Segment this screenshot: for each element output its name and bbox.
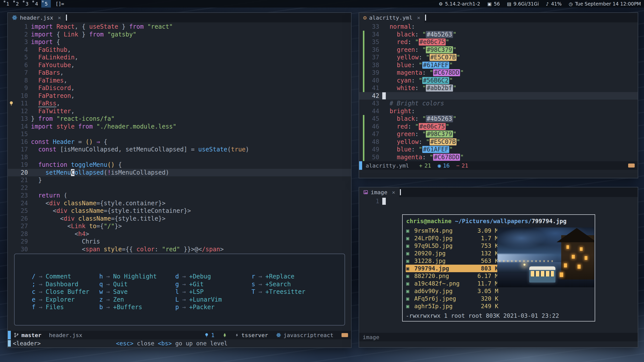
- code-line[interactable]: 39 magenta: "#C678DD": [359, 69, 638, 77]
- code-line[interactable]: 33 normal:: [359, 23, 638, 31]
- code-line[interactable]: 36 green: "#98C379": [359, 46, 638, 54]
- workspace-tag-1[interactable]: 1: [3, 0, 13, 8]
- code-line[interactable]: 48 yellow: "#E5C07B": [359, 138, 638, 146]
- code-line[interactable]: 23 return (: [8, 192, 351, 199]
- code-line[interactable]: 22: [8, 184, 351, 192]
- layout-indicator[interactable]: []=: [51, 1, 68, 7]
- house-window-light: [566, 245, 569, 249]
- whichkey-item[interactable]: ;→Dashboard: [32, 280, 99, 288]
- code-line[interactable]: 40 cyan: "#56B6C2": [359, 77, 638, 85]
- top-status-bar: 12345 []= ⚙5.14.2-arch1-2▣56▤9.6Gi/31Gi♪…: [0, 0, 644, 8]
- code-line[interactable]: 6 FaYoutube,: [8, 61, 351, 69]
- code-line[interactable]: 47 green: "#98C379": [359, 130, 638, 138]
- file-row[interactable]: ▣31228.jpg563 K: [406, 257, 500, 265]
- code-line[interactable]: 4 FaGithub,: [8, 46, 351, 54]
- code-line[interactable]: 45 black: "#4b5263": [359, 115, 638, 123]
- code-line[interactable]: 25 <div className={style.titleContainer}…: [8, 207, 351, 215]
- whichkey-item[interactable]: /→Comment: [32, 273, 99, 280]
- whichkey-item[interactable]: e→Explorer: [32, 296, 99, 304]
- code-line[interactable]: 1: [359, 197, 638, 205]
- tab-image[interactable]: image ×: [359, 187, 399, 197]
- workspace-tag-3[interactable]: 3: [22, 0, 32, 8]
- code-line[interactable]: 14import style from "./header.module.les…: [8, 123, 351, 131]
- file-row[interactable]: ▣aghr5Ip.jpg249 K: [406, 302, 500, 310]
- whichkey-item[interactable]: r→+Replace: [251, 273, 345, 280]
- code-line[interactable]: 12 FaTwitter,: [8, 107, 351, 115]
- code-line[interactable]: 49 blue: "#61AFEF": [359, 146, 638, 153]
- workspace-tag-5[interactable]: 5: [41, 0, 51, 8]
- whichkey-item[interactable]: T→+Treesitter: [251, 288, 345, 296]
- whichkey-item[interactable]: b→+Buffers: [99, 303, 175, 311]
- whichkey-item[interactable]: L→+LunarVim: [175, 296, 251, 304]
- code-line[interactable]: 46 red: "#e06c75": [359, 123, 638, 131]
- code-line[interactable]: 44 bright:: [359, 107, 638, 115]
- whichkey-item[interactable]: f→Files: [32, 303, 99, 311]
- line-number: 17: [15, 146, 31, 153]
- code-line[interactable]: 8 FaTimes,: [8, 77, 351, 85]
- whichkey-item[interactable]: s→+Search: [251, 280, 345, 288]
- whichkey-item[interactable]: w→Save: [99, 288, 175, 296]
- whichkey-item[interactable]: z→Zen: [99, 296, 175, 304]
- file-row[interactable]: ▣97q9L5D.jpg753 K: [406, 242, 500, 250]
- code-line[interactable]: 1import React, { useState } from "react": [8, 23, 351, 31]
- code-line[interactable]: 26 <div className={style.title}>: [8, 215, 351, 223]
- code-line[interactable]: 43 # Bright colors: [359, 100, 638, 107]
- code-line[interactable]: 3import {: [8, 38, 351, 46]
- whichkey-item[interactable]: h→No Highlight: [99, 273, 175, 280]
- whichkey-item[interactable]: p→+Packer: [175, 303, 251, 311]
- code-line[interactable]: 5 FaLinkedin,: [8, 54, 351, 61]
- code-line[interactable]: 18: [8, 153, 351, 161]
- workspace-tag-4[interactable]: 4: [32, 0, 41, 8]
- code-line[interactable]: 24 <div className={style.container}>: [8, 199, 351, 207]
- code-line[interactable]: 41 white: "#abb2bf": [359, 84, 638, 92]
- code-line[interactable]: 29 Chris: [8, 238, 351, 246]
- code-line[interactable]: 21 }: [8, 176, 351, 184]
- code-line[interactable]: 20 setMenuCollapsed(!isMenuCollapsed): [8, 169, 351, 177]
- code-line[interactable]: 9 FaDiscord,: [8, 84, 351, 92]
- whichkey-item[interactable]: l→+LSP: [175, 288, 251, 296]
- code-line[interactable]: 42: [359, 92, 638, 100]
- command-line[interactable]: <leader> <esc> close <bs> go up one leve…: [8, 339, 351, 347]
- tab-alacritty-yml[interactable]: ⚙ alacritty.yml ×: [359, 13, 424, 22]
- file-row[interactable]: ▣24LrDFQ.jpg1.7 M: [406, 234, 500, 242]
- whichkey-item[interactable]: c→Close Buffer: [32, 288, 99, 296]
- whichkey-item[interactable]: g→+Git: [175, 280, 251, 288]
- git-branch-name[interactable]: master: [21, 332, 41, 338]
- code-line[interactable]: 19 function toggleMenu() {: [8, 161, 351, 169]
- code-line[interactable]: 11 FaRss,: [8, 100, 351, 107]
- code-line[interactable]: 50 magenta: "#C678DD": [359, 153, 638, 161]
- close-icon[interactable]: ×: [417, 15, 420, 21]
- image-file-icon: ▣: [406, 272, 414, 280]
- whichkey-item[interactable]: q→Quit: [99, 280, 175, 288]
- code-line[interactable]: 10 FaPatreon,: [8, 92, 351, 100]
- tab-header-jsx[interactable]: header.jsx ×: [8, 13, 65, 22]
- code-line[interactable]: 35 red: "#e06c75": [359, 38, 638, 46]
- close-icon[interactable]: ×: [392, 189, 395, 195]
- file-row[interactable]: ▣799794.jpg803 K: [406, 265, 500, 272]
- code-line[interactable]: 38 blue: "#61AFEF": [359, 61, 638, 69]
- code-line[interactable]: 2import { Link } from "gatsby": [8, 31, 351, 38]
- code-line[interactable]: 15: [8, 130, 351, 138]
- lsp-server-name: tsserver: [241, 332, 268, 338]
- code-line[interactable]: 16const Header = () ⇒ {: [8, 138, 351, 146]
- code-line[interactable]: 28 <h4>: [8, 230, 351, 238]
- image-file-icon: ▣: [406, 295, 414, 302]
- code-line[interactable]: 37 yellow: "#E5C07B": [359, 54, 638, 61]
- file-row[interactable]: ▣20920.jpg132 K: [406, 250, 500, 257]
- code-line[interactable]: 7 FaBars,: [8, 69, 351, 77]
- git-added-sign: [363, 138, 364, 146]
- line-text: FaYoutube,: [31, 61, 351, 69]
- file-row[interactable]: ▣ad6v90y.jpg3.05 M: [406, 287, 500, 295]
- code-line[interactable]: 13} from "react-icons/fa": [8, 115, 351, 123]
- code-line[interactable]: 17 const [isMenuCollapsed, setMenuCollap…: [8, 146, 351, 153]
- code-line[interactable]: 34 black: "#4b5263": [359, 31, 638, 38]
- code-line[interactable]: 30 <span style={{ color: "red" }}>@</spa…: [8, 246, 351, 253]
- file-row[interactable]: ▣882720.png6.17 M: [406, 272, 500, 280]
- whichkey-item[interactable]: d→+Debug: [175, 273, 251, 280]
- workspace-tag-2[interactable]: 2: [13, 0, 22, 8]
- file-row[interactable]: ▣9rsmTK4.png3.09 M: [406, 227, 500, 234]
- close-icon[interactable]: ×: [58, 15, 61, 21]
- file-row[interactable]: ▣AFq5r6j.jpeg320 K: [406, 295, 500, 302]
- code-line[interactable]: 27 <Link to={"/"}>: [8, 222, 351, 230]
- file-row[interactable]: ▣a19c482f~.png11.7 M: [406, 280, 500, 287]
